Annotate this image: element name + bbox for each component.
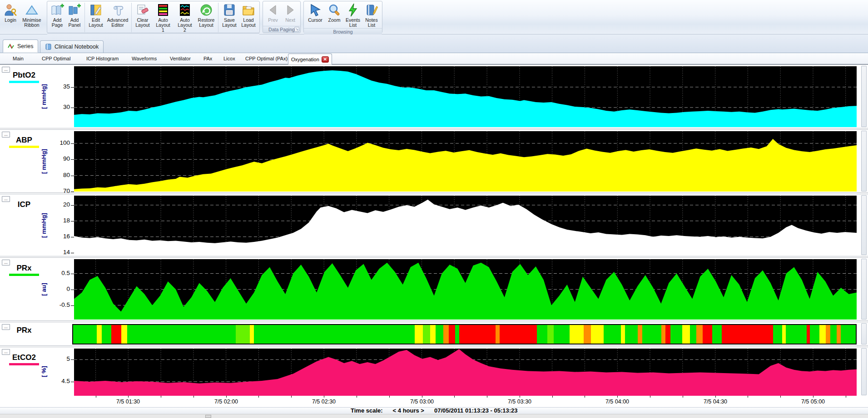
tab-series[interactable]: Series bbox=[3, 39, 38, 53]
prx-heatmap-segment bbox=[121, 325, 127, 344]
y-tick-label: 70 bbox=[49, 187, 70, 194]
prev-icon bbox=[266, 3, 280, 17]
panel-scrollbar[interactable] bbox=[861, 195, 867, 255]
auto-layout-2-button[interactable]: Auto Layout 2 bbox=[174, 2, 196, 33]
x-tick-mark bbox=[291, 396, 292, 398]
page-tab-cpp-optimal[interactable]: CPP Optimal bbox=[42, 56, 70, 61]
prx-heatmap-segment bbox=[73, 325, 97, 344]
auto-layout-2-label: Auto Layout 2 bbox=[176, 18, 194, 33]
series-underline bbox=[9, 274, 39, 276]
tab-clinical-notebook[interactable]: Clinical Notebook bbox=[40, 40, 104, 53]
page-tab-ventilator[interactable]: Ventilator bbox=[170, 56, 191, 61]
login-button[interactable]: Login bbox=[1, 2, 20, 23]
prx-heatmap-segment bbox=[415, 325, 422, 344]
pbto2-chart[interactable] bbox=[74, 66, 857, 127]
abp-panel: ... ABP [ mmHg] 100908070 bbox=[0, 129, 868, 193]
y-tick-label: 30 bbox=[49, 103, 70, 110]
add-panel-label: Add Panel bbox=[68, 18, 81, 28]
restore-layout-label: Restore Layout bbox=[198, 18, 215, 28]
x-tick-mark bbox=[846, 396, 846, 398]
page-tab-main[interactable]: Main bbox=[13, 56, 24, 61]
prx-heatmap-panel: ... PRx bbox=[0, 322, 868, 346]
x-tick-mark bbox=[748, 396, 748, 398]
x-tick-mark bbox=[813, 396, 813, 398]
x-tick-mark bbox=[552, 396, 553, 398]
icp-chart[interactable] bbox=[74, 196, 857, 255]
y-tick-mark bbox=[71, 143, 74, 144]
prx-heatmap-segment bbox=[604, 325, 621, 344]
restore-layout-button[interactable]: Restore Layout bbox=[196, 2, 217, 33]
prx-heatmap-bar[interactable] bbox=[72, 324, 857, 344]
y-tick-label: 18 bbox=[49, 217, 70, 224]
x-tick-mark bbox=[585, 396, 585, 398]
x-tick-label: 7/5 02:00 bbox=[201, 398, 251, 405]
group-label-data-paging-text: Data Paging bbox=[268, 27, 295, 32]
notes-list-button[interactable]: Notes List bbox=[362, 2, 381, 28]
y-tick-label: 5 bbox=[49, 355, 70, 362]
icp-panel: ... ICP [ mmHg] 20181614 bbox=[0, 194, 868, 256]
page-tab-licox[interactable]: Licox bbox=[223, 56, 235, 61]
dialog-launcher-icon[interactable]: ↘ bbox=[294, 27, 299, 32]
prx-heatmap-segment bbox=[830, 325, 837, 344]
axis-unit-pbto2: [ mmHg] bbox=[40, 65, 47, 128]
panel-scrollbar[interactable] bbox=[861, 259, 867, 320]
panel-scrollbar[interactable] bbox=[861, 323, 867, 344]
next-button[interactable]: Next bbox=[282, 2, 299, 26]
x-tick-mark bbox=[96, 396, 96, 398]
prev-button[interactable]: Prev bbox=[264, 2, 282, 26]
zoom-label: Zoom bbox=[328, 18, 341, 23]
cursor-button[interactable]: Cursor bbox=[305, 2, 325, 28]
panel-scrollbar[interactable] bbox=[861, 131, 867, 192]
prx-heatmap-segment bbox=[837, 325, 841, 344]
auto-layout-1-label: Auto Layout 1 bbox=[154, 18, 172, 33]
page-tab-oxygenation[interactable]: Oxygenation ✕ bbox=[288, 54, 332, 64]
x-tick-label: 7/5 03:00 bbox=[397, 398, 447, 405]
load-layout-button[interactable]: Load Layout bbox=[239, 2, 258, 33]
ribbon-separator bbox=[218, 3, 218, 32]
page-tab-cpp-optimal-pax[interactable]: CPP Optimal (PAx) bbox=[245, 56, 288, 61]
series-label-prx: PRx bbox=[6, 264, 42, 276]
close-tab-icon[interactable]: ✕ bbox=[322, 56, 329, 63]
save-layout-button[interactable]: Save Layout bbox=[220, 2, 239, 33]
minimise-ribbon-button[interactable]: Minimise Ribbon bbox=[20, 2, 44, 28]
x-tick-mark bbox=[520, 396, 520, 398]
x-tick-mark bbox=[193, 396, 194, 398]
add-page-button[interactable]: Add Page bbox=[49, 2, 66, 33]
series-underline bbox=[9, 81, 39, 83]
prx-heatmap-segment bbox=[665, 325, 670, 344]
abp-chart[interactable] bbox=[74, 131, 857, 192]
axis-unit-etco2: [ %] bbox=[40, 347, 47, 395]
panel-scrollbar[interactable] bbox=[861, 66, 867, 127]
zoom-button[interactable]: Zoom bbox=[325, 2, 343, 28]
edit-layout-button[interactable]: Edit Layout bbox=[86, 2, 105, 33]
prx-heatmap-segment bbox=[102, 325, 111, 344]
series-label-abp: ABP bbox=[6, 136, 42, 148]
horizontal-scrollbar[interactable] bbox=[0, 414, 868, 418]
y-tick-mark bbox=[71, 221, 74, 221]
clear-layout-button[interactable]: Clear Layout bbox=[133, 2, 152, 33]
page-tab-icp-histogram[interactable]: ICP Histogram bbox=[86, 56, 119, 61]
prx-heatmap-segment bbox=[625, 325, 638, 344]
panel-scrollbar[interactable] bbox=[861, 348, 867, 395]
advanced-editor-button[interactable]: Advanced Editor bbox=[105, 2, 130, 33]
page-tab-waveforms[interactable]: Waveforms bbox=[132, 56, 157, 61]
prx-heatmap-segment bbox=[554, 325, 570, 344]
add-panel-button[interactable]: Add Panel bbox=[66, 2, 83, 33]
events-list-button[interactable]: Events List bbox=[343, 2, 362, 28]
prx-heatmap-segment bbox=[570, 325, 584, 344]
x-tick-mark bbox=[128, 396, 129, 398]
page-tab-pax[interactable]: PAx bbox=[203, 56, 212, 61]
pbto2-panel: ... PbtO2 [ mmHg] 3530 bbox=[0, 64, 868, 128]
prx-heatmap-segment bbox=[703, 325, 712, 344]
time-scale-value[interactable]: < 4 hours > bbox=[393, 408, 424, 414]
y-tick-mark bbox=[71, 108, 74, 108]
time-scale-label: Time scale: bbox=[351, 408, 383, 414]
prx-heatmap-segment bbox=[537, 325, 547, 344]
etco2-chart[interactable] bbox=[74, 349, 857, 396]
y-tick-label: -0.5 bbox=[49, 301, 70, 308]
auto-layout-1-button[interactable]: Auto Layout 1 bbox=[152, 2, 174, 33]
prx-chart[interactable] bbox=[74, 259, 857, 320]
status-bar: Time scale: < 4 hours > 07/05/2011 01:13… bbox=[0, 407, 868, 414]
prx-heatmap-segment bbox=[254, 325, 415, 344]
scrollbar-handle[interactable] bbox=[205, 415, 211, 418]
